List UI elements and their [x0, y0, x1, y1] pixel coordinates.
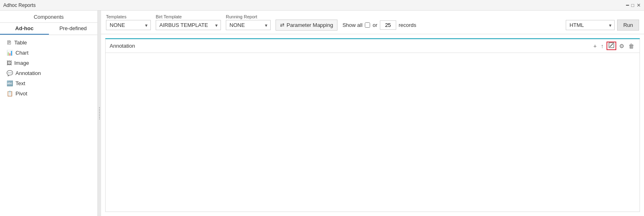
birt-select-wrapper: AIRBUS TEMPLATE ▼	[156, 20, 221, 30]
sidebar-item-image[interactable]: 🖼 Image	[0, 58, 97, 68]
running-select[interactable]: NONE	[226, 20, 271, 30]
text-icon: 🔤	[7, 80, 13, 86]
show-all-checkbox[interactable]	[365, 22, 370, 28]
svg-line-1	[610, 44, 613, 47]
show-all-or: or	[373, 22, 377, 28]
sidebar-tabs: Ad-hoc Pre-defined	[0, 23, 97, 35]
running-group: Running Report NONE ▼	[226, 14, 271, 30]
format-select[interactable]: HTML PDF Excel	[566, 20, 615, 30]
close-icon[interactable]: ✕	[637, 2, 641, 8]
sidebar-item-label-text: Text	[15, 80, 25, 86]
sidebar-item-label-image: Image	[14, 60, 29, 66]
minimize-icon[interactable]: ━	[626, 2, 629, 8]
table-icon: 🖹	[7, 40, 12, 46]
tab-adhoc[interactable]: Ad-hoc	[0, 23, 49, 35]
sidebar-items: 🖹 Table 📊 Chart 🖼 Image 💬 Annotation 🔤 T…	[0, 35, 97, 101]
sidebar-item-label-table: Table	[14, 40, 27, 46]
annotation-header: Annotation + ↑ ⚙ 🗑	[106, 39, 640, 53]
edit-icon	[609, 42, 614, 48]
annotation-title: Annotation	[110, 43, 135, 49]
annotation-panel: Annotation + ↑ ⚙ 🗑	[105, 38, 640, 212]
templates-label: Templates	[106, 14, 151, 19]
content-area: Annotation + ↑ ⚙ 🗑	[101, 34, 644, 216]
annotation-body	[106, 53, 640, 175]
sidebar-item-chart[interactable]: 📊 Chart	[0, 48, 97, 58]
right-panel: Templates NONE ▼ Birt Template AIRBUS TE…	[101, 11, 644, 216]
param-mapping-icon: ⇄	[280, 22, 285, 28]
annotation-settings-button[interactable]: ⚙	[618, 42, 626, 50]
sidebar: Components Ad-hoc Pre-defined 🖹 Table 📊 …	[0, 11, 98, 216]
annotation-delete-button[interactable]: 🗑	[627, 42, 635, 50]
birt-group: Birt Template AIRBUS TEMPLATE ▼	[156, 14, 221, 30]
records-input[interactable]	[380, 20, 396, 30]
title-bar-icons: ━ □ ✕	[626, 2, 641, 8]
resize-handle[interactable]	[98, 11, 101, 216]
maximize-icon[interactable]: □	[631, 2, 634, 8]
running-label: Running Report	[226, 14, 271, 19]
sidebar-item-text[interactable]: 🔤 Text	[0, 78, 97, 88]
format-group: HTML PDF Excel ▼ Run	[566, 20, 639, 31]
pivot-icon: 📋	[7, 90, 13, 97]
annotation-add-button[interactable]: +	[592, 42, 598, 50]
sidebar-item-label-annotation: Annotation	[15, 70, 41, 76]
annotation-edit-button[interactable]	[607, 42, 616, 50]
show-all-label: Show all	[342, 22, 362, 28]
templates-group: Templates NONE ▼	[106, 14, 151, 30]
sidebar-item-label-pivot: Pivot	[15, 90, 27, 97]
running-select-wrapper: NONE ▼	[226, 20, 271, 30]
title-bar: Adhoc Reports ━ □ ✕	[0, 0, 644, 11]
chart-icon: 📊	[7, 50, 13, 56]
run-button[interactable]: Run	[617, 20, 639, 31]
birt-label: Birt Template	[156, 14, 221, 19]
annotation-up-button[interactable]: ↑	[600, 42, 605, 50]
annotation-actions: + ↑ ⚙ 🗑	[592, 42, 635, 50]
parameter-mapping-button[interactable]: ⇄ Parameter Mapping	[276, 20, 337, 31]
toolbar: Templates NONE ▼ Birt Template AIRBUS TE…	[101, 11, 644, 34]
birt-select[interactable]: AIRBUS TEMPLATE	[156, 20, 221, 30]
param-mapping-label: Parameter Mapping	[287, 22, 333, 28]
format-select-wrapper: HTML PDF Excel ▼	[566, 20, 615, 30]
app-title: Adhoc Reports	[3, 2, 35, 8]
sidebar-header: Components	[0, 11, 97, 23]
sidebar-item-pivot[interactable]: 📋 Pivot	[0, 88, 97, 99]
sidebar-item-label-chart: Chart	[15, 50, 29, 56]
tab-predefined[interactable]: Pre-defined	[49, 23, 98, 35]
annotation-icon: 💬	[7, 70, 13, 76]
main-container: Components Ad-hoc Pre-defined 🖹 Table 📊 …	[0, 11, 644, 216]
sidebar-item-annotation[interactable]: 💬 Annotation	[0, 68, 97, 78]
image-icon: 🖼	[7, 60, 12, 66]
show-all-group: Show all or records	[342, 20, 416, 30]
sidebar-item-table[interactable]: 🖹 Table	[0, 37, 97, 48]
templates-select[interactable]: NONE	[106, 20, 151, 30]
records-label: records	[399, 22, 416, 28]
templates-select-wrapper: NONE ▼	[106, 20, 151, 30]
